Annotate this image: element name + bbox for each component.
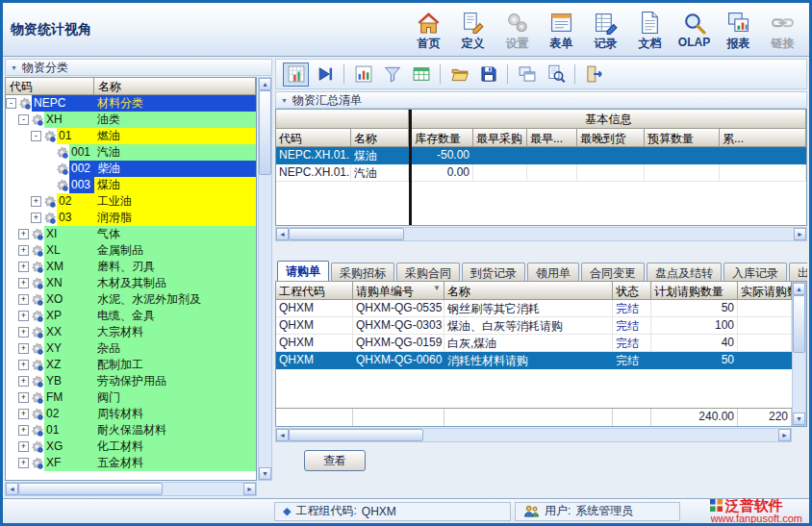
toolbar-item-report[interactable]: 报表 [720,11,757,52]
expand-icon[interactable]: + [18,229,29,239]
expand-icon[interactable]: + [18,360,29,370]
tree-node-01[interactable]: + 01 耐火保温材料 [6,422,256,438]
tree-node-03[interactable]: + 03 润滑脂 [6,210,256,226]
tab-入库记录[interactable]: 入库记录 [723,263,787,281]
tree-node-02[interactable]: + 02 周转材料 [6,406,256,422]
expand-icon[interactable]: + [18,343,29,354]
tree-node-XM[interactable]: + XM 磨料、刃具 [6,259,256,275]
tree-node-XF[interactable]: + XF 五金材料 [6,455,256,471]
tab-领用单[interactable]: 领用单 [527,263,579,281]
tab-请购单[interactable]: 请购单 [277,261,329,281]
scroll-down-icon[interactable]: ▼ [259,467,271,480]
toolbar-item-form[interactable]: 表单 [543,11,580,52]
summary-col-header[interactable]: 库存数量 [412,129,473,147]
scroll-right-icon[interactable]: ► [778,429,791,441]
expand-icon[interactable]: + [18,245,29,256]
requisition-row[interactable]: QHXMQHXM-QG-0060消耗性材料请购完结50 [276,352,792,369]
requisition-row[interactable]: QHXMQHXM-QG-0303煤油、白灰等消耗请购完结100 [276,317,792,335]
summary-col-header[interactable]: 名称 [351,129,409,147]
scroll-left-icon[interactable]: ◄ [276,429,289,441]
detail-horizontal-scrollbar[interactable]: ◄ ► [275,428,792,442]
tree-node-XI[interactable]: + XI 气体 [6,226,256,242]
expand-icon[interactable]: + [18,376,29,387]
scroll-down-icon[interactable]: ▼ [793,413,805,425]
tree-vertical-scrollbar[interactable]: ▲ ▼ [258,77,272,481]
detail-col-header[interactable]: 工程代码 [276,282,353,300]
tab-合同变更[interactable]: 合同变更 [581,263,645,281]
tree-node-XG[interactable]: + XG 化工材料 [6,438,256,455]
expand-icon[interactable]: + [18,311,29,321]
scroll-right-icon[interactable]: ► [243,483,256,495]
tree-column-name[interactable]: 名称 [94,78,256,95]
grid-toolbar-run[interactable] [312,63,338,87]
grid-toolbar-exit[interactable] [581,63,607,87]
grid-toolbar-table[interactable] [408,63,434,87]
requisition-row[interactable]: QHXMQHXM-QG-0159白灰,煤油完结40 [276,335,792,352]
tab-采购招标[interactable]: 采购招标 [331,263,394,281]
view-button[interactable]: 查看 [304,450,366,471]
expand-icon[interactable]: + [18,458,29,468]
tree-node-XN[interactable]: + XN 木材及其制品 [6,275,256,291]
tree-node-NEPC[interactable]: - NEPC 材料分类 [6,95,256,112]
collapse-icon[interactable]: - [31,131,41,141]
category-panel-header[interactable]: ▼ 物资分类 [5,59,272,76]
summary-row[interactable]: NEPC.XH.01.汽油0.00 [276,164,806,182]
toolbar-item-home[interactable]: 首页 [410,11,447,52]
expand-icon[interactable]: + [18,294,29,305]
tree-node-XP[interactable]: + XP 电缆、金具 [6,308,256,324]
expand-icon[interactable]: + [18,409,29,419]
scroll-left-icon[interactable]: ◄ [276,228,289,240]
tree-node-XY[interactable]: + XY 杂品 [6,340,256,357]
grid-toolbar-copy-view[interactable] [514,63,540,87]
expand-icon[interactable]: + [18,425,29,436]
detail-col-header[interactable]: 请购单编号▼ [353,282,444,300]
summary-section-header[interactable]: ▼ 物资汇总清单 [275,91,807,109]
toolbar-item-define[interactable]: 定义 [454,11,492,52]
summary-row[interactable]: NEPC.XH.01.煤油-50.00 [276,147,806,164]
grid-toolbar-open[interactable] [446,63,472,87]
tree-column-code[interactable]: 代码 [6,78,94,95]
expand-icon[interactable]: + [31,213,41,223]
summary-col-header[interactable]: 最早... [527,129,577,147]
toolbar-item-record[interactable]: 记录 [587,11,624,52]
scroll-thumb[interactable] [289,429,423,441]
grid-toolbar-filter[interactable] [379,63,405,87]
section-splitter[interactable] [275,241,807,261]
detail-col-header[interactable]: 计划请购数量 [651,282,738,300]
scroll-left-icon[interactable]: ◄ [6,483,18,495]
tab-出库记录[interactable]: 出库记录 [789,263,807,281]
summary-col-header[interactable]: 代码 [276,129,351,147]
toolbar-item-olap[interactable]: OLAP [675,11,713,49]
tab-盘点及结转[interactable]: 盘点及结转 [647,263,722,281]
tree-node-01[interactable]: - 01 燃油 [6,128,256,144]
tree-node-001[interactable]: 001 汽油 [6,144,256,161]
tree-node-FM[interactable]: + FM 阀门 [6,389,256,406]
detail-vertical-scrollbar[interactable]: ▲ ▼ [792,282,806,426]
tree-node-XX[interactable]: + XX 大宗材料 [6,324,256,340]
scroll-up-icon[interactable]: ▲ [793,283,805,295]
summary-col-header[interactable]: 最晚到货 [577,129,645,147]
scroll-thumb[interactable] [793,295,805,353]
tab-到货记录[interactable]: 到货记录 [462,263,525,281]
tree-node-XZ[interactable]: + XZ 配制加工 [6,357,256,373]
collapse-icon[interactable]: - [6,98,16,109]
tree-node-XO[interactable]: + XO 水泥、水泥外加剂及 [6,291,256,308]
expand-icon[interactable]: + [18,278,29,288]
summary-col-header[interactable]: 累... [720,129,806,147]
tree-node-002[interactable]: 002 柴油 [6,161,256,177]
expand-icon[interactable]: + [18,441,29,452]
expand-icon[interactable]: + [18,262,29,272]
tree-node-XH[interactable]: - XH 油类 [6,112,256,128]
grid-toolbar-preview[interactable] [543,63,569,87]
summary-col-header[interactable]: 最早采购 [473,129,527,147]
collapse-icon[interactable]: - [18,114,29,125]
toolbar-item-document[interactable]: 文档 [631,11,669,52]
tree-node-02[interactable]: + 02 工业油 [6,193,256,210]
tab-采购合同[interactable]: 采购合同 [396,263,460,281]
requisition-row[interactable]: QHXMQHXM-QG-0535钢丝刷等其它消耗完结50 [276,300,792,317]
summary-col-header[interactable]: 预算数量 [645,129,720,147]
detail-col-header[interactable]: 名称 [444,282,613,300]
scroll-right-icon[interactable]: ► [794,228,806,240]
grid-toolbar-chart[interactable] [350,63,376,87]
detail-col-header[interactable]: 实际请购数 [738,282,792,300]
